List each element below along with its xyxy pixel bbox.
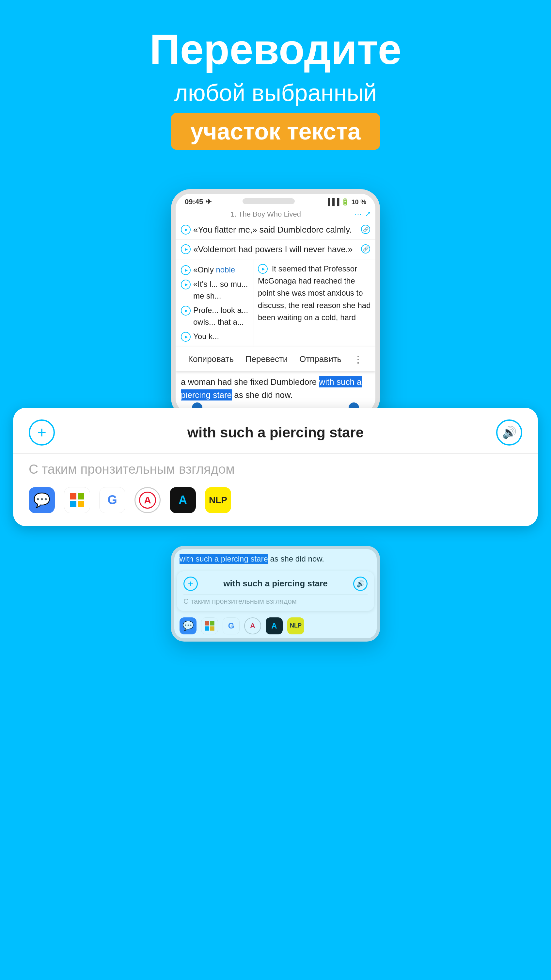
signal-bars: ▐▐▐ [326,198,340,206]
bottom-section: with such a piercing stare as she did no… [0,546,551,668]
mini-reverso-icon[interactable]: A [244,617,261,635]
translation-card: + with such a piercing stare 🔊 С таким п… [13,408,538,526]
play-icon-2[interactable] [181,244,191,254]
battery-level: 10 % [351,198,366,206]
mini-google-icon[interactable]: G [222,617,240,635]
source-phrase: with such a piercing stare [55,424,496,441]
microsoft-app-icon[interactable] [64,487,90,513]
time-display: 09:45 [185,197,203,206]
microsoft-icon [69,492,85,508]
passage-text: a woman had she fixed Dumbledore with su… [176,371,375,406]
reverso-app-icon[interactable]: A [135,487,160,513]
play-icon-5[interactable] [181,306,191,315]
phone-container: 09:45 ✈ ▐▐▐ 🔋 10 % 1. The Boy Who Lived … [0,189,551,417]
send-button[interactable]: Отправить [299,353,341,366]
phone-content: «You flatter me,» said Dumbledore calmly… [176,220,375,413]
header-section: Переводите любой выбранный участок текст… [0,0,551,189]
list-item: «It's l... so mu... me sh... [181,277,248,303]
heyword-icon: 💬 [33,492,50,508]
text-row-2: «Voldemort had powers I will never have.… [193,243,359,256]
add-to-dictionary-button[interactable]: + [29,420,55,445]
list-item: You k... [181,329,248,344]
more-icon[interactable]: ⋯ [354,210,362,218]
more-options-icon[interactable]: ⋮ [353,352,363,366]
status-left: 09:45 ✈ [185,197,211,206]
app-icons-row: 💬 G A A [29,487,522,513]
mini-microsoft-icon[interactable] [201,617,218,635]
bottom-icons-row: 💬 G A A NLP [174,614,377,638]
svg-rect-4 [205,621,209,625]
mini-speaker-button[interactable]: 🔊 [353,577,368,591]
bottom-phone: with such a piercing stare as she did no… [171,546,380,641]
heyword-app-icon[interactable]: 💬 [29,487,55,513]
svg-rect-5 [210,621,214,625]
subtitle-line1: любой выбранный [13,80,538,106]
link-icon-1[interactable]: 🔗 [361,225,370,234]
list-item: «You flatter me,» said Dumbledore calmly… [176,220,375,240]
svg-rect-6 [205,626,209,630]
translate-button[interactable]: Перевести [246,353,287,366]
translation-top-row: + with such a piercing stare 🔊 [29,420,522,445]
bottom-text-row: with such a piercing stare as she did no… [174,549,377,569]
notch [243,198,295,204]
left-column: «Only noble «It's l... so mu... me sh...… [176,259,254,347]
split-row: «Only noble «It's l... so mu... me sh...… [176,259,375,347]
phone-mockup: 09:45 ✈ ▐▐▐ 🔋 10 % 1. The Boy Who Lived … [171,189,380,417]
svg-rect-1 [78,493,84,500]
text-row-5: Profe... look a... owls... that a... [193,304,248,328]
play-icon-1[interactable] [181,225,191,235]
link-icon-2[interactable]: 🔗 [361,244,370,253]
g-letter: G [107,493,117,507]
translation-result: С таким пронзительным взглядом [29,462,522,477]
text-row-3: «Only noble [193,264,248,276]
text-row-4: «It's l... so mu... me sh... [193,278,248,302]
translator-app-icon[interactable]: A [170,487,196,513]
mini-card-top: + with such a piercing stare 🔊 [183,577,368,591]
svg-rect-2 [70,501,76,508]
mini-divider [183,594,368,595]
bottom-text-suffix: as she did now. [270,554,324,563]
mini-translator-icon[interactable]: A [266,617,283,635]
translator-icon: A [179,493,187,507]
nlp-app-icon[interactable]: NLP [205,487,231,513]
main-title: Переводите [13,26,538,73]
divider [13,453,538,454]
bottom-selected-text: with such a piercing stare [179,554,268,564]
signal-icon: ✈ [206,197,211,206]
mini-translation-card: + with such a piercing stare 🔊 С таким п… [177,571,374,611]
passage-post: as she did now. [232,390,292,400]
passage-area: It seemed that Professor McGonaga had re… [254,259,375,347]
highlight-text: участок текста [171,113,380,150]
list-item: «Voldemort had powers I will never have.… [176,240,375,259]
play-icon-6[interactable] [181,332,191,342]
passage-pre: a woman had she fixed Dumbledore [181,377,319,387]
chapter-title: 1. The Boy Who Lived [230,210,301,218]
chapter-bar: 1. The Boy Who Lived ⤢ ⋯ [176,209,375,220]
play-icon-4[interactable] [181,280,191,290]
reverso-icon: A [139,492,156,509]
text-row-6: You k... [193,331,248,342]
mini-add-button[interactable]: + [183,577,198,591]
mini-heyword-icon[interactable]: 💬 [179,617,197,635]
copy-button[interactable]: Копировать [188,353,234,366]
svg-rect-7 [210,626,214,630]
mini-translation-text: С таким пронзительным взглядом [183,597,368,606]
context-menu: Копировать Перевести Отправить ⋮ [176,347,375,371]
list-item: «Only noble [181,262,248,277]
blue-text: noble [216,265,235,274]
text-row-1: «You flatter me,» said Dumbledore calmly… [193,223,359,236]
battery-icon: 🔋 [341,198,349,206]
translation-card-wrapper: + with such a piercing stare 🔊 С таким п… [0,408,551,526]
play-icon-passage[interactable] [258,264,268,274]
mini-nlp-icon[interactable]: NLP [287,617,304,635]
expand-icon[interactable]: ⤢ [365,210,371,218]
svg-rect-0 [70,493,76,500]
mini-source-phrase: with such a piercing stare [223,579,327,589]
text-to-speech-button[interactable]: 🔊 [496,420,522,445]
passage-prefix: It seemed that Professor McGonaga had re… [258,264,371,322]
play-icon-3[interactable] [181,265,191,275]
google-translate-icon[interactable]: G [99,487,125,513]
nlp-icon: NLP [209,495,227,505]
status-right: ▐▐▐ 🔋 10 % [326,198,366,206]
status-bar: 09:45 ✈ ▐▐▐ 🔋 10 % [176,194,375,209]
